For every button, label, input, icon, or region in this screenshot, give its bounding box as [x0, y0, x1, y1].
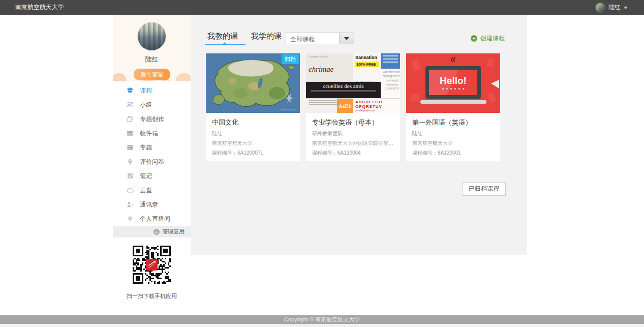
sidebar-item-label: 笔记	[140, 172, 152, 181]
main-content: 我教的课 | 我学的课 全部课程 + 创建课程	[191, 15, 527, 255]
cover-text: abcdefghijklmnop	[355, 109, 398, 112]
tab-my-teaching[interactable]: 我教的课	[207, 32, 238, 41]
live-room-icon	[126, 215, 134, 223]
cover-text: ABCDEFGH	[355, 100, 398, 104]
course-card-body: 中国文化 陆红 南京航空航天大学 课程编号：6A120007L	[206, 113, 300, 156]
chaoxing-logo	[146, 259, 158, 271]
sidebar: 陆红 账号管理 课程 小组 专题创作 收件箱	[113, 15, 191, 314]
group-icon	[126, 101, 134, 109]
sidebar-item-label: 收件箱	[140, 129, 158, 138]
cover-text: t semper dolens	[309, 55, 350, 58]
social-icons	[442, 88, 464, 90]
course-code: 课程编号：6A120004	[312, 151, 394, 156]
sidebar-item-topic-creation[interactable]: 专题创作	[113, 112, 191, 126]
hello-text: Hello!	[440, 75, 467, 86]
cover-text: ABCDEFGHI	[383, 70, 398, 74]
sidebar-item-cloud-drive[interactable]: 云盘	[113, 183, 191, 197]
course-card-body: 专业学位英语（母本） 研外教学团队 南京航空航天大学外国语学院研究生公共... …	[306, 113, 400, 156]
course-card[interactable]: TRIBUNAL 归档 中国文化 陆红 南京航空航天大学 课程编号：6A1200…	[206, 53, 300, 161]
qr-caption: 扫一扫下载手机应用	[113, 292, 191, 300]
manage-apps-label: 管理应用	[162, 228, 185, 235]
user-name: 陆红	[608, 3, 621, 12]
script-glyph: α	[451, 54, 455, 64]
course-card[interactable]: α Hello! 第一外国语（英语） 陆红 南京航空航天大学 课程编号：8A12…	[406, 53, 500, 161]
sidebar-item-groups[interactable]: 小组	[113, 98, 191, 112]
archived-courses-button[interactable]: 已归档课程	[462, 182, 506, 196]
cover-text: nopqrstuv	[383, 82, 398, 86]
cover-text: Sansation	[355, 55, 379, 60]
sidebar-item-label: 评价问卷	[140, 158, 164, 166]
archived-badge: 归档	[282, 54, 299, 64]
sidebar-item-courses[interactable]: 课程	[113, 83, 191, 98]
sidebar-item-contacts[interactable]: 通讯录	[113, 197, 191, 212]
course-icon	[126, 86, 134, 95]
cloud-icon	[126, 186, 134, 194]
sidebar-item-label: 小组	[140, 101, 152, 109]
create-course-label: 创建课程	[480, 34, 505, 43]
course-card-body: 第一外国语（英语） 陆红 南京航空航天大学 课程编号：8A120001	[406, 113, 500, 156]
qr-code	[133, 246, 171, 284]
course-code: 课程编号：6A120007L	[212, 151, 294, 156]
chevron-down-icon	[624, 7, 628, 9]
cover-text: ccueillez des amis	[308, 83, 379, 89]
copyright-text: Copyright © 南京航空航天大学	[284, 316, 360, 323]
laptop-screen: Hello!	[425, 66, 481, 99]
course-school: 南京航空航天大学	[212, 141, 294, 146]
topic-icon	[126, 143, 134, 152]
tab-my-learning[interactable]: 我学的课	[251, 32, 282, 41]
course-title: 中国文化	[212, 118, 294, 127]
topic-create-icon	[126, 115, 134, 123]
contacts-icon	[126, 200, 134, 209]
course-cover-typography: t semper dolens chrimae Sansation 100% F…	[306, 53, 400, 113]
account-manage-button[interactable]: 账号管理	[134, 69, 170, 80]
sidebar-item-label: 通讯录	[140, 200, 158, 209]
cover-text: abcdefghi	[383, 78, 398, 82]
sidebar-item-label: 个人直播间	[140, 215, 170, 223]
sidebar-item-label: 专题	[140, 143, 152, 152]
cover-text: NOPQRSTUV	[383, 74, 398, 78]
sidebar-item-live-room[interactable]: 个人直播间	[113, 212, 191, 226]
school-title[interactable]: 南京航空航天大学	[15, 3, 64, 12]
user-avatar	[595, 3, 605, 13]
course-list: TRIBUNAL 归档 中国文化 陆红 南京航空航天大学 课程编号：6A1200…	[206, 53, 500, 161]
course-filter-dropdown[interactable]: 全部课程	[286, 33, 354, 44]
sidebar-item-survey[interactable]: 评价问卷	[113, 155, 191, 169]
cover-text: 100% FREE	[355, 62, 379, 67]
dropdown-arrow-icon[interactable]	[339, 33, 354, 44]
plus-circle-icon: +	[471, 35, 477, 42]
note-icon	[126, 172, 134, 180]
course-code: 课程编号：8A120001	[412, 151, 494, 156]
profile-avatar[interactable]	[137, 22, 166, 51]
course-card[interactable]: t semper dolens chrimae Sansation 100% F…	[306, 53, 400, 161]
sidebar-item-topics[interactable]: 专题	[113, 140, 191, 155]
user-menu[interactable]: 陆红	[595, 3, 628, 13]
profile-name: 陆红	[113, 55, 191, 64]
tabs-underline	[206, 45, 501, 45]
cover-text: AaBb	[337, 99, 353, 113]
course-school: 南京航空航天大学	[412, 141, 494, 146]
laptop-keyboard	[420, 100, 486, 104]
sidebar-item-label: 专题创作	[140, 115, 164, 124]
sidebar-item-label: 课程	[140, 86, 152, 95]
course-cover-hello: α Hello!	[406, 53, 500, 113]
profile-card: 陆红 账号管理	[113, 15, 191, 81]
course-title: 第一外国语（英语）	[412, 118, 494, 127]
sidebar-item-inbox[interactable]: 收件箱	[113, 126, 191, 140]
tab-separator: |	[236, 32, 238, 40]
qr-section: 扫一扫下载手机应用	[113, 237, 191, 300]
sidebar-item-label: 云盘	[140, 186, 152, 195]
course-teacher: 陆红	[212, 131, 294, 136]
create-course-button[interactable]: + 创建课程	[471, 34, 505, 43]
course-title: 专业学位英语（母本）	[312, 118, 394, 127]
manage-apps-row[interactable]: + 管理应用	[113, 226, 191, 237]
paper-plane-icon	[491, 80, 499, 88]
sidebar-menu: 课程 小组 专题创作 收件箱 专题	[113, 81, 191, 226]
footer-strip	[0, 324, 644, 327]
survey-icon	[126, 158, 134, 166]
cover-text: chrimae	[309, 65, 350, 74]
sidebar-item-notes[interactable]: 笔记	[113, 169, 191, 183]
footer: Copyright © 南京航空航天大学	[0, 315, 644, 324]
filter-selected-value: 全部课程	[290, 35, 315, 44]
course-teacher: 陆红	[412, 131, 494, 136]
course-teacher: 研外教学团队	[312, 131, 394, 136]
